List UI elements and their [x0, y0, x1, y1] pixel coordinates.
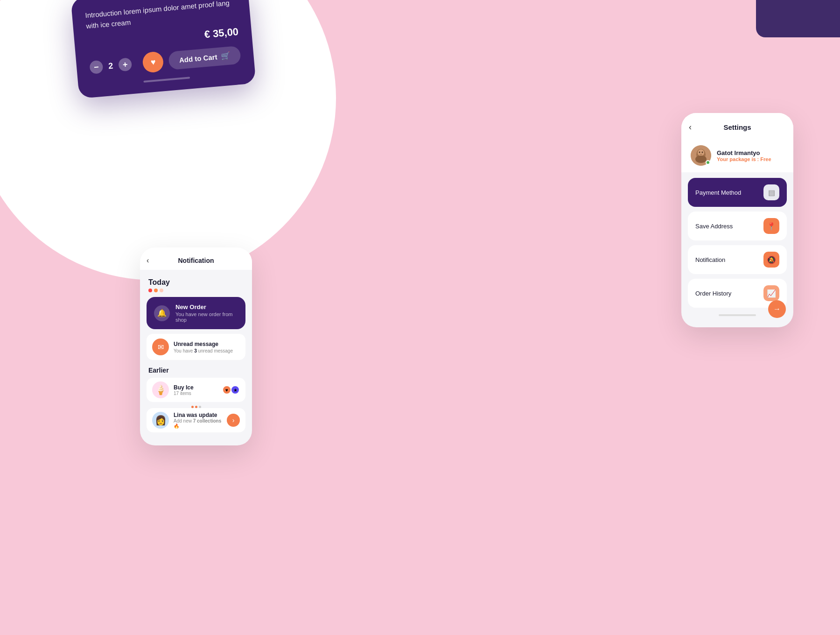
profile-info: Gatot Irmantyo Your package is : Free: [717, 149, 771, 162]
mini-avatar-2: ★: [231, 385, 240, 395]
message-icon: ✉: [152, 339, 169, 355]
buy-ice-avatars: ♥ ★: [225, 385, 240, 395]
settings-menu: Payment Method ▤ Save Address 📍 Notifica…: [681, 178, 793, 308]
history-icon: 📈: [763, 285, 779, 301]
product-card: Introduction lorem ipsum dolor amet proo…: [70, 0, 256, 99]
buy-ice-info: Buy Ice 17 items: [174, 384, 220, 396]
notification-card: ‹ Notification Today 🔔 New Order You hav…: [140, 247, 252, 445]
add-to-cart-button[interactable]: Add to Cart 🛒: [168, 45, 241, 70]
svg-point-3: [695, 155, 707, 163]
package-value: Free: [760, 156, 771, 162]
lina-arrow-button[interactable]: ›: [227, 414, 240, 427]
buy-ice-avatar: 🍦: [152, 381, 169, 398]
unread-post: unread message: [197, 348, 233, 353]
profile-name: Gatot Irmantyo: [717, 149, 771, 156]
favorite-button[interactable]: ♥: [142, 51, 164, 73]
payment-icon: ▤: [763, 184, 779, 200]
unread-message-item[interactable]: ✉ Unread message You have 3 unread messa…: [147, 334, 245, 360]
product-description: Introduction lorem ipsum dolor amet proo…: [85, 0, 238, 31]
settings-item-payment[interactable]: Payment Method ▤: [688, 178, 787, 207]
settings-item-address[interactable]: Save Address 📍: [688, 212, 787, 240]
unread-message-info: Unread message You have 3 unread message: [174, 341, 233, 353]
bell-icon: 🔔: [154, 305, 170, 321]
lina-title: Lina was update: [174, 412, 222, 418]
svg-point-2: [698, 149, 704, 156]
settings-back-button[interactable]: ‹: [689, 122, 692, 132]
settings-bottom-bar: [719, 314, 756, 316]
heart-icon: ♥: [150, 57, 156, 67]
settings-header: ‹ Settings: [681, 113, 793, 139]
dot-3: [199, 406, 201, 408]
payment-label: Payment Method: [695, 189, 741, 196]
dot-2: [195, 406, 197, 408]
settings-title: Settings: [723, 123, 751, 131]
topright-card: [756, 0, 840, 37]
buy-ice-item[interactable]: 🍦 Buy Ice 17 items ♥ ★: [147, 378, 245, 402]
card-bottom-indicator: [143, 77, 190, 83]
unread-subtitle: You have 3 unread message: [174, 348, 233, 353]
settings-item-notification[interactable]: Notification 🔕: [688, 245, 787, 274]
today-dots: [140, 289, 252, 297]
unread-title: Unread message: [174, 341, 233, 347]
product-actions: ♥ Add to Cart 🛒: [142, 44, 241, 73]
qty-value: 2: [108, 61, 113, 71]
new-order-title: New Order: [175, 303, 238, 310]
buy-ice-title: Buy Ice: [174, 384, 220, 391]
settings-profile: Gatot Irmantyo Your package is : Free: [681, 139, 793, 172]
dot-1: [191, 406, 194, 408]
product-bottom-row: − 2 + ♥ Add to Cart 🛒: [89, 44, 241, 78]
new-order-subtitle: You have new order from shop: [175, 311, 238, 323]
quantity-control: − 2 +: [89, 57, 132, 74]
buy-ice-sub: 17 items: [174, 391, 220, 396]
add-to-cart-label: Add to Cart: [179, 53, 217, 64]
notification-back-button[interactable]: ‹: [147, 256, 149, 265]
today-label: Today: [140, 275, 252, 289]
new-order-item[interactable]: 🔔 New Order You have new order from shop: [147, 297, 245, 329]
lina-info: Lina was update Add new 7 collections 🔥: [174, 412, 222, 429]
earlier-label: Earlier: [140, 364, 252, 378]
avatar-wrap: [691, 145, 711, 166]
unread-pre: You have: [174, 348, 194, 353]
history-label: Order History: [695, 290, 731, 297]
package-label: Your package is :: [717, 156, 759, 162]
address-label: Save Address: [695, 223, 733, 230]
lina-sub: Add new 7 collections 🔥: [174, 418, 222, 429]
address-icon: 📍: [763, 218, 779, 234]
notification-label: Notification: [695, 256, 725, 263]
dot-red: [148, 289, 152, 292]
dot-orange: [154, 289, 158, 292]
online-indicator: [706, 160, 710, 165]
notification-header: ‹ Notification: [140, 247, 252, 270]
profile-package: Your package is : Free: [717, 156, 771, 162]
cart-icon: 🛒: [221, 51, 231, 61]
notification-title: Notification: [178, 257, 214, 264]
qty-plus-button[interactable]: +: [118, 57, 132, 71]
logout-button[interactable]: →: [768, 300, 786, 318]
notification-icon: 🔕: [763, 252, 779, 268]
new-order-info: New Order You have new order from shop: [175, 303, 238, 323]
lina-update-item[interactable]: 👩 Lina was update Add new 7 collections …: [147, 408, 245, 432]
svg-point-4: [699, 152, 700, 153]
logout-icon: →: [773, 305, 781, 313]
dot-light: [160, 289, 163, 292]
settings-card: ‹ Settings Gatot Irmantyo Yo: [681, 113, 793, 327]
mini-avatar-1: ♥: [222, 385, 231, 395]
svg-point-5: [702, 152, 703, 153]
lina-avatar: 👩: [152, 412, 169, 429]
qty-minus-button[interactable]: −: [89, 60, 103, 74]
